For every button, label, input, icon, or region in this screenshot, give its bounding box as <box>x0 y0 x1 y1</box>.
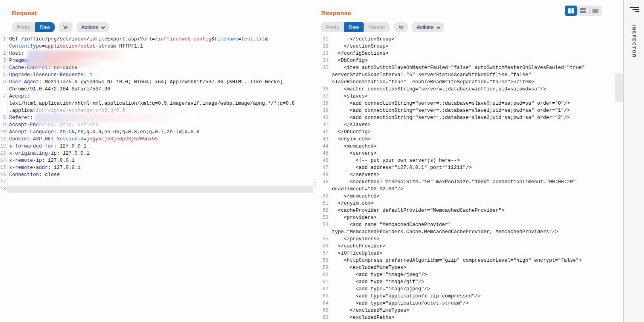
code-line[interactable]: 50 </memcached> <box>317 193 615 200</box>
code-line[interactable]: slaveRandomization="true" enableReadWrit… <box>317 79 615 86</box>
code-line[interactable]: 2Host: <box>0 50 313 57</box>
code-line[interactable]: 54 <add name="MemcachedCacheProvider" <box>317 221 615 228</box>
code-line[interactable]: 8Referer: <box>0 114 313 121</box>
code-line[interactable]: 64 <add type="application/octet-stream"/… <box>317 300 615 307</box>
line-content: <add name="MemcachedCacheProvider" <box>330 221 615 228</box>
code-line[interactable]: 18 <box>0 186 313 193</box>
code-line[interactable]: ,application/signed-exchange;v=b3;q=0.9 <box>0 107 313 114</box>
code-line[interactable]: 60 <add type="image/jpeg"/> <box>317 271 615 278</box>
code-line[interactable]: 32 </sectionGroup> <box>317 43 615 50</box>
line-number: 53 <box>317 214 330 221</box>
code-line[interactable]: 63 <add type="application/x-zip-compress… <box>317 293 615 300</box>
code-line[interactable]: 36 <master connectionString="server=.;da… <box>317 86 615 93</box>
line-content: x-remote-ip: 127.0.0.1 <box>8 157 313 164</box>
code-line[interactable]: 15x-remote-addr: 127.0.0.1 <box>0 164 313 171</box>
code-line[interactable]: 4Cache-Control: no-cache <box>0 64 313 71</box>
code-line[interactable]: 39 <add connectionString="server=.;datab… <box>317 107 615 114</box>
code-line[interactable]: 7Accept: <box>0 93 313 100</box>
code-line[interactable]: 5Upgrade-Insecure-Requests: 1 <box>0 71 313 79</box>
response-tab-raw[interactable]: Raw <box>344 22 364 32</box>
code-line[interactable]: 16Connection: close <box>0 171 313 178</box>
token: & <box>211 36 215 42</box>
code-line[interactable]: 59 <excludedMimeTypes> <box>317 264 615 271</box>
response-tab-n[interactable]: \n <box>394 22 408 32</box>
code-line[interactable]: 43 <enyim.com> <box>317 136 615 143</box>
layout-split-rows-button[interactable] <box>577 6 589 16</box>
layout-split-columns-button[interactable] <box>565 6 577 16</box>
token: HTTP/1.1 <box>116 44 143 49</box>
code-line[interactable]: 38 <add connectionString="server=.;datab… <box>317 100 615 107</box>
code-line[interactable]: 55 </providers> <box>317 236 615 243</box>
response-tab-pretty[interactable]: Pretty <box>321 22 344 32</box>
code-line[interactable]: 33 </configSections> <box>317 50 615 57</box>
code-line[interactable]: 11Cookie: ASP.NET_SessionId=jngy5ljb3jed… <box>0 136 313 143</box>
layout-single-pane-button[interactable] <box>589 6 602 16</box>
code-line[interactable]: 65 </excludedMimeTypes> <box>317 307 615 314</box>
code-line[interactable]: 42 </DbConfig> <box>317 128 615 136</box>
code-line[interactable]: 12x-forwarded-for: 127.0.0.1 <box>0 143 313 150</box>
code-line[interactable]: 47 <add address="127.0.0.1" port="11211"… <box>317 164 615 171</box>
request-tab-raw[interactable]: Raw <box>35 22 55 32</box>
request-editor[interactable]: 1GET /ioffice/prg/set/iocom/ioFileExport… <box>0 36 313 322</box>
code-line[interactable]: 44 <memcached> <box>317 143 615 150</box>
code-line[interactable]: 53 <providers> <box>317 214 615 221</box>
line-content: Cache-Control: no-cache <box>8 64 313 71</box>
code-line[interactable]: 62 <add type="image/pjpeg"/> <box>317 286 615 293</box>
line-content: <httpCompress preferredAlgorithm="gzip" … <box>330 257 615 264</box>
code-line[interactable]: 37 <slaves> <box>317 93 615 100</box>
response-editor[interactable]: 31 </sectionGroup>32 </sectionGroup>33 <… <box>317 36 615 322</box>
request-tab-pretty[interactable]: Pretty <box>12 22 35 32</box>
code-line[interactable]: 49 <socketPool minPoolSize="10" maxPoolS… <box>317 178 615 186</box>
response-tab-render[interactable]: Render <box>364 22 390 32</box>
code-line[interactable]: 48 </servers> <box>317 171 615 178</box>
response-scrollbar-thumb[interactable] <box>615 73 623 102</box>
code-line[interactable]: 57 <iOfficeUpload> <box>317 250 615 257</box>
code-line[interactable]: 52 <cacheProvider defaultProvider="Memca… <box>317 207 615 214</box>
split-columns-icon <box>568 8 574 13</box>
code-line[interactable]: 6User-Agent: Mozilla/5.0 (Windows NT 10.… <box>0 79 313 86</box>
code-line[interactable]: 40 <add connectionString="server=.;datab… <box>317 114 615 121</box>
response-scrollbar[interactable] <box>615 0 623 322</box>
token: : Mozilla/5.0 (Windows NT 10.0; Win64; x… <box>39 79 283 85</box>
code-line[interactable]: 13x-originating-ip: 127.0.0.1 <box>0 150 313 157</box>
code-line[interactable]: 41 </slaves> <box>317 121 615 128</box>
code-line[interactable]: 51 </enyim.com> <box>317 200 615 207</box>
code-line[interactable]: 1GET /ioffice/prg/set/iocom/ioFileExport… <box>0 36 313 43</box>
code-line[interactable]: 10Accept-Language: zh-CN,zh;q=0.9,en-US;… <box>0 128 313 136</box>
code-line[interactable]: serverStatusScanInterval="6" serverStatu… <box>317 71 615 79</box>
token: </slaves> <box>332 122 371 128</box>
code-line[interactable]: ContentType=application/octet-stream HTT… <box>0 43 313 50</box>
token: <add connectionString="server=.;database… <box>332 108 570 113</box>
code-line[interactable]: 45 <servers> <box>317 150 615 157</box>
inspector-label[interactable]: INSPECTOR <box>632 25 636 58</box>
token: test.txt <box>241 36 265 42</box>
line-content: <add type="image/pjpeg"/> <box>330 286 615 293</box>
line-number: 36 <box>317 86 330 93</box>
code-line[interactable]: 3Pragma: <box>0 57 313 64</box>
code-line[interactable]: deadTimeout="00:02:00"/> <box>317 186 615 193</box>
line-number: 55 <box>317 236 330 243</box>
line-content: <add type="application/x-zip-compressed"… <box>330 293 615 300</box>
token: Connection <box>9 172 39 178</box>
code-line[interactable]: 66 <excludedPaths> <box>317 314 615 321</box>
request-tab-actions[interactable]: Actions <box>77 22 109 32</box>
code-line[interactable]: Chrome/91.0.4472.164 Safari/537.36 <box>0 86 313 93</box>
token: /ioffice/web.config <box>155 36 212 42</box>
inspector-collapse-icon[interactable] <box>630 7 639 13</box>
code-line[interactable]: 9Accept-Encoding: gzip, deflate <box>0 121 313 128</box>
code-line[interactable]: 17 <box>0 178 313 186</box>
code-line[interactable]: 14x-remote-ip: 127.0.0.1 <box>0 157 313 164</box>
code-line[interactable]: 56 </cacheProvider> <box>317 243 615 250</box>
code-line[interactable]: 58 <httpCompress preferredAlgorithm="gzi… <box>317 257 615 264</box>
code-line[interactable]: 35 <item autoSwitchSlaveOnMasterFauled="… <box>317 64 615 71</box>
response-tab-actions[interactable]: Actions <box>412 22 444 32</box>
code-line[interactable]: type="MemcachedProviders.Cache.Memcached… <box>317 228 615 236</box>
request-tab-n[interactable]: \n <box>59 22 73 32</box>
token: slaveRandomization="true" enableReadWrit… <box>332 79 534 85</box>
code-line[interactable]: text/html,application/xhtml+xml,applicat… <box>0 100 313 107</box>
code-line[interactable]: 31 </sectionGroup> <box>317 36 615 43</box>
code-line[interactable]: 61 <add type="image/gif"/> <box>317 278 615 286</box>
code-line[interactable]: 46 <!-- put your own server(s) here--> <box>317 157 615 164</box>
response-tab-group: PrettyRawRender <box>321 22 390 32</box>
code-line[interactable]: 34 <DbConfig> <box>317 57 615 64</box>
